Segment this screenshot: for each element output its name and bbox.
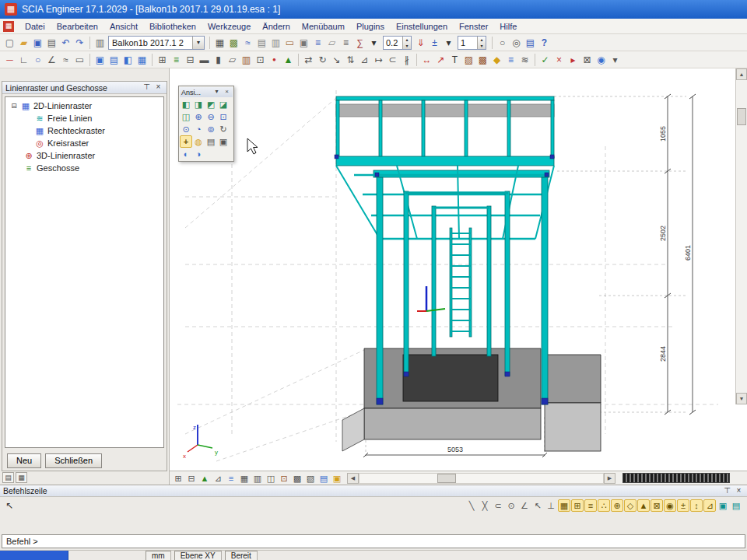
grid-snap-icon[interactable]: ⊞	[172, 472, 184, 485]
view-top-icon[interactable]: ◧	[180, 98, 192, 110]
menu-bearbeiten[interactable]: Bearbeiten	[51, 20, 103, 33]
vertical-scroll-thumb[interactable]	[737, 108, 746, 125]
tree-item-kreisraster[interactable]: ◎ Kreisraster	[5, 137, 163, 149]
options-dropdown-icon[interactable]: ▾	[608, 53, 622, 66]
open-icon[interactable]: ▰	[17, 36, 30, 49]
tree-item-3d-linienraster[interactable]: ⊕ 3D-Linienraster	[5, 149, 163, 162]
snap-center-icon[interactable]: ◉	[664, 499, 676, 512]
snap-cross-icon[interactable]: ╳	[479, 499, 491, 512]
scale-icon[interactable]: ↘	[330, 53, 343, 66]
structure-drawing[interactable]: z x y 1055 2502 2844 6401 5053	[170, 68, 735, 471]
snap-perpendicular-icon[interactable]: ⊥	[545, 499, 557, 512]
snap-settings-icon[interactable]: ▤	[730, 499, 742, 512]
floating-toolbar-titlebar[interactable]: Ansi... ▾ ×	[180, 87, 233, 97]
horizontal-scrollbar[interactable]: ◀ ▶	[347, 473, 615, 484]
circle-icon[interactable]: ○	[31, 53, 44, 66]
array-icon[interactable]: ▦	[135, 53, 149, 66]
snap-line-icon[interactable]: ╲	[465, 499, 478, 512]
beam-icon[interactable]: ▬	[198, 53, 211, 66]
menu-menuebaum[interactable]: Menübaum	[296, 20, 350, 33]
vertical-scrollbar[interactable]: ▲ ▼	[735, 68, 747, 404]
fillet-icon[interactable]: ⊂	[386, 53, 399, 66]
fit-view-icon[interactable]: ◎	[510, 36, 523, 49]
menu-plugins[interactable]: Plugins	[351, 20, 390, 33]
support-icon[interactable]: ▲	[282, 53, 295, 66]
snap-arc-icon[interactable]: ⊂	[492, 499, 504, 512]
lock-icon[interactable]: ⊠	[580, 53, 594, 66]
dock-tab-secondary-icon[interactable]: ▦	[16, 472, 27, 483]
rectangle-icon[interactable]: ▭	[73, 53, 86, 66]
view-axo-icon[interactable]: ◪	[217, 98, 230, 110]
new-project-icon[interactable]: ▢	[3, 36, 16, 49]
pan-view-icon[interactable]: +	[180, 135, 192, 148]
summary-icon[interactable]: ∑	[353, 36, 366, 49]
activity-icon[interactable]: ⊡	[278, 472, 290, 485]
command-input[interactable]: Befehl >	[2, 534, 745, 548]
snap-axis-icon[interactable]: ↕	[690, 499, 703, 512]
node-icon[interactable]: ●	[268, 53, 281, 66]
view-settings-icon[interactable]: ◑	[192, 148, 205, 160]
neu-button[interactable]: Neu	[7, 453, 41, 468]
quick-print-icon[interactable]: ▣	[331, 472, 343, 485]
clip-box-icon[interactable]: ◫	[265, 472, 277, 485]
snap-point-icon[interactable]: ⊞	[571, 499, 584, 512]
plate-icon[interactable]: ▱	[226, 53, 239, 66]
storey-icon[interactable]: ≡	[170, 53, 183, 66]
break-icon[interactable]: ∦	[400, 53, 413, 66]
tree-item-geschosse[interactable]: ≡ Geschosse	[5, 162, 163, 174]
tree-expander-icon[interactable]: ⊟	[10, 102, 18, 110]
move-icon[interactable]: ⇄	[302, 53, 315, 66]
vertical-scroll-track[interactable]	[736, 80, 747, 393]
work-plane-icon[interactable]: ⊟	[185, 472, 198, 485]
scroll-up-icon[interactable]: ▲	[736, 68, 747, 80]
snap-angle-icon[interactable]: ∠	[518, 499, 531, 512]
save-icon[interactable]: ▣	[31, 36, 44, 49]
horizontal-scroll-track[interactable]	[359, 473, 604, 484]
scroll-right-icon[interactable]: ▶	[604, 473, 615, 484]
display-scale-spinner[interactable]: 1 ▴▾	[458, 36, 486, 50]
perspective-icon[interactable]: ⊿	[212, 472, 224, 485]
menu-fenster[interactable]: Fenster	[454, 20, 493, 33]
snap-vertex-icon[interactable]: ▲	[637, 499, 650, 512]
load-display-dropdown-icon[interactable]: ▾	[367, 36, 381, 49]
cancel-icon[interactable]: ×	[552, 53, 566, 66]
close-icon[interactable]: ×	[734, 486, 744, 496]
polyline-icon[interactable]: ∟	[17, 53, 30, 66]
project-combobox[interactable]: Balkon1b 2017.1 2 ▾	[108, 36, 205, 50]
spline-icon[interactable]: ≈	[59, 53, 72, 66]
accept-icon[interactable]: ✓	[538, 53, 552, 66]
wall-icon[interactable]: ▥	[240, 53, 253, 66]
display-dropdown-icon[interactable]: ▾	[442, 36, 455, 49]
grid-icon[interactable]: ⊞	[156, 53, 169, 66]
zoom-selection-icon[interactable]: ⊚	[205, 123, 217, 135]
snap-tolerance-icon[interactable]: ±	[677, 499, 689, 512]
schliessen-button[interactable]: Schließen	[45, 453, 102, 468]
print-icon[interactable]: ▤	[45, 36, 58, 49]
dimension-icon[interactable]: ↔	[420, 53, 433, 66]
text-icon[interactable]: T	[448, 53, 461, 66]
tree-item-rechteckraster[interactable]: ▦ Rechteckraster	[5, 124, 163, 137]
flag-icon[interactable]: ▸	[566, 53, 580, 66]
zoom-window-icon[interactable]: ⊡	[217, 110, 230, 123]
trim-icon[interactable]: ⊿	[358, 53, 371, 66]
rotate-icon[interactable]: ↻	[316, 53, 329, 66]
clipboard-icon[interactable]: ▣	[217, 135, 230, 148]
menu-einstellungen[interactable]: Einstellungen	[391, 20, 453, 33]
zoom-out-icon[interactable]: ⊖	[205, 110, 217, 123]
combination-icon[interactable]: ±	[428, 36, 441, 49]
snap-cursor-icon[interactable]: ↖	[531, 499, 544, 512]
redo-icon[interactable]: ↷	[73, 36, 86, 49]
menu-hilfe[interactable]: Hilfe	[494, 20, 522, 33]
opening-icon[interactable]: ⊡	[254, 53, 267, 66]
view-floating-toolbar[interactable]: Ansi... ▾ × ◧◨◩◪◫⊕⊖⊡⊙◔⊚↻+◍▤▣◐◑	[178, 86, 234, 162]
dropdown-icon[interactable]: ▾	[212, 88, 221, 96]
hatch-display-icon[interactable]: ▩	[291, 472, 303, 485]
snap-intersection-icon[interactable]: ⊠	[651, 499, 663, 512]
gallery-icon[interactable]: ▣	[297, 36, 310, 49]
pin-icon[interactable]: ⊤	[142, 82, 152, 93]
undo-icon[interactable]: ↶	[59, 36, 72, 49]
zoom-in-icon[interactable]: ⊕	[192, 110, 205, 123]
menu-ansicht[interactable]: Ansicht	[104, 20, 143, 33]
help-icon[interactable]: ?	[538, 36, 551, 49]
layers-display-icon[interactable]: ≡	[225, 472, 237, 485]
